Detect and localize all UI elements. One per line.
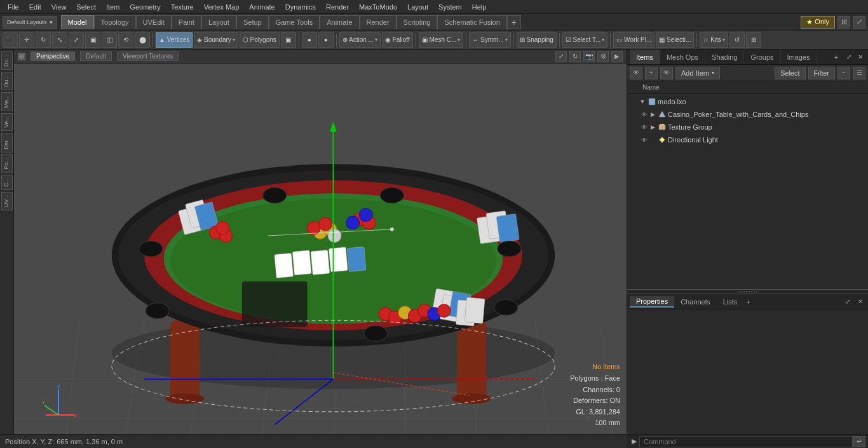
menu-view[interactable]: View (46, 2, 72, 12)
tool-icon-5[interactable]: ⤢ (69, 32, 84, 48)
layout-expand-icon[interactable]: ⤢ (853, 16, 865, 29)
menu-vertex-map[interactable]: Vertex Map (199, 2, 245, 12)
viewport-indicator[interactable] (18, 53, 25, 60)
tab-groups[interactable]: Groups (744, 50, 780, 64)
eye-icon-light[interactable]: 👁 (640, 135, 649, 144)
layout-grid-icon[interactable]: ⊞ (837, 16, 850, 29)
tool-icon-8[interactable]: ⟲ (118, 32, 133, 48)
add-tab-button[interactable]: + (507, 15, 521, 29)
tab-items[interactable]: Items (630, 50, 660, 64)
panel-add-tab[interactable]: + (830, 51, 843, 64)
tool-icon-9[interactable]: ⬤ (135, 32, 150, 48)
mode-dot-2[interactable]: ● (318, 32, 334, 48)
action-button[interactable]: ⊕ Action ... ▾ (339, 32, 381, 48)
menu-select[interactable]: Select (71, 2, 101, 12)
menu-geometry[interactable]: Geometry (125, 2, 165, 12)
symmetry-button[interactable]: ↔ Symm... ▾ (469, 32, 510, 48)
items-minus-btn[interactable]: − (837, 67, 850, 79)
tab-paint[interactable]: Paint (172, 15, 201, 29)
vp-home-btn[interactable]: ⤢ (555, 51, 567, 62)
vp-tab-perspective[interactable]: Perspective (31, 51, 75, 61)
tab-setup[interactable]: Setup (236, 15, 269, 29)
menu-item[interactable]: Item (101, 2, 125, 12)
sidebar-item-dup2[interactable]: Du... (1, 72, 13, 90)
tool-icon-7[interactable]: ◫ (102, 32, 117, 48)
toggle-root[interactable]: ▼ (639, 98, 646, 105)
panel-separator[interactable] (627, 289, 868, 294)
tool-icon-1[interactable]: ⬛ (3, 32, 18, 48)
cmd-go-btn[interactable]: ↵ (853, 436, 865, 447)
boundary-button[interactable]: ◈ Boundary ▾ (194, 32, 238, 48)
items-list[interactable]: 👁 ▼ modo.lxo 👁 ▶ Casino_Poker_Table_with… (627, 94, 868, 289)
vp-screenshot-btn[interactable]: 📷 (583, 51, 595, 62)
add-item-button[interactable]: Add Item ▾ (675, 67, 720, 79)
mode-icon-1[interactable]: ▣ (281, 32, 296, 48)
tree-item-texgroup[interactable]: 👁 ▶ Texture Group (637, 121, 868, 133)
tab-scripting[interactable]: Scripting (397, 15, 438, 29)
menu-maxtomodo[interactable]: MaxToModo (354, 2, 402, 12)
sidebar-item-uv[interactable]: UV... (1, 192, 13, 210)
viewport[interactable]: Perspective Default Viewport Textures ⤢ … (14, 50, 627, 434)
vp-expand-btn[interactable]: ▶ (611, 51, 623, 62)
tab-shading[interactable]: Shading (705, 50, 744, 64)
tab-model[interactable]: Model (61, 15, 94, 29)
tab-animate[interactable]: Animate (320, 15, 359, 29)
tool-icon-4[interactable]: ⤡ (52, 32, 67, 48)
prop-close-btn[interactable]: ✕ (855, 297, 865, 307)
toggle-mesh[interactable]: ▶ (649, 111, 656, 118)
tree-item-root[interactable]: 👁 ▼ modo.lxo (627, 95, 868, 108)
menu-file[interactable]: File (3, 2, 24, 12)
tab-uvedit[interactable]: UVEdit (136, 15, 172, 29)
eye-icon-texgroup[interactable]: 👁 (640, 123, 649, 132)
tab-game-tools[interactable]: Game Tools (269, 15, 320, 29)
sidebar-item-em[interactable]: Em... (1, 133, 13, 153)
menu-edit[interactable]: Edit (24, 2, 46, 12)
select-tool-button[interactable]: ☑ Select T... ▾ (562, 32, 608, 48)
panel-close-btn[interactable]: ✕ (855, 52, 865, 62)
tool-icon-3[interactable]: ↻ (36, 32, 51, 48)
prop-tab-channels[interactable]: Channels (674, 297, 716, 307)
vertices-button[interactable]: ▲ Vertices (156, 32, 193, 48)
sidebar-item-ve[interactable]: Ve... (1, 113, 13, 131)
tree-item-light[interactable]: 👁 ▶ Directional Light (637, 133, 868, 146)
sidebar-item-me[interactable]: Me... (1, 92, 13, 111)
undo-icon[interactable]: ↺ (729, 32, 745, 48)
panel-expand-btn[interactable]: ⤢ (844, 52, 854, 62)
sidebar-item-po[interactable]: Po... (1, 154, 13, 173)
menu-help[interactable]: Help (467, 2, 492, 12)
grid-icon[interactable]: ⊞ (746, 32, 761, 48)
polygons-button[interactable]: ⬡ Polygons (240, 32, 280, 48)
vp-tab-default[interactable]: Default (80, 51, 112, 61)
items-eye-btn[interactable]: 👁 (630, 67, 642, 79)
vp-tab-viewport-textures[interactable]: Viewport Textures (117, 51, 179, 61)
tab-schematic-fusion[interactable]: Schematic Fusion (437, 15, 506, 29)
menu-texture[interactable]: Texture (166, 2, 199, 12)
menu-animate[interactable]: Animate (244, 2, 280, 12)
mode-dot-1[interactable]: ● (302, 32, 317, 48)
select-button[interactable]: Select (775, 67, 806, 79)
star-only-button[interactable]: ★ Only (801, 16, 835, 29)
tool-icon-6[interactable]: ▣ (85, 32, 100, 48)
tool-icon-2[interactable]: ✛ (19, 32, 34, 48)
vp-refresh-btn[interactable]: ↻ (569, 51, 581, 62)
prop-tab-properties[interactable]: Properties (630, 296, 674, 308)
prop-expand-btn[interactable]: ⤢ (843, 297, 853, 307)
vp-settings-btn[interactable]: ⚙ (597, 51, 609, 62)
tree-item-mesh[interactable]: 👁 ▶ Casino_Poker_Table_with_Cards_and_Ch… (637, 108, 868, 121)
menu-dynamics[interactable]: Dynamics (280, 2, 321, 12)
sidebar-item-dup1[interactable]: Du... (1, 51, 13, 70)
scene-area[interactable]: No Items Polygons : Face Channels: 0 Def… (14, 64, 627, 434)
mesh-button[interactable]: ▣ Mesh C... ▾ (419, 32, 464, 48)
items-filter-eye-btn[interactable]: 👁 (660, 67, 673, 79)
menu-render[interactable]: Render (321, 2, 354, 12)
tab-mesh-ops[interactable]: Mesh Ops (660, 50, 705, 64)
prop-tab-lists[interactable]: Lists (717, 297, 744, 307)
items-settings-btn[interactable]: ☰ (853, 67, 865, 79)
selection-button[interactable]: ▦ Selecti... (656, 32, 694, 48)
cmd-input[interactable] (639, 436, 853, 447)
tab-layout[interactable]: Layout (201, 15, 236, 29)
sidebar-item-c[interactable]: C... (1, 175, 13, 190)
tab-render[interactable]: Render (360, 15, 397, 29)
snapping-button[interactable]: ⊞ Snapping (517, 32, 557, 48)
tab-images[interactable]: Images (781, 50, 817, 64)
